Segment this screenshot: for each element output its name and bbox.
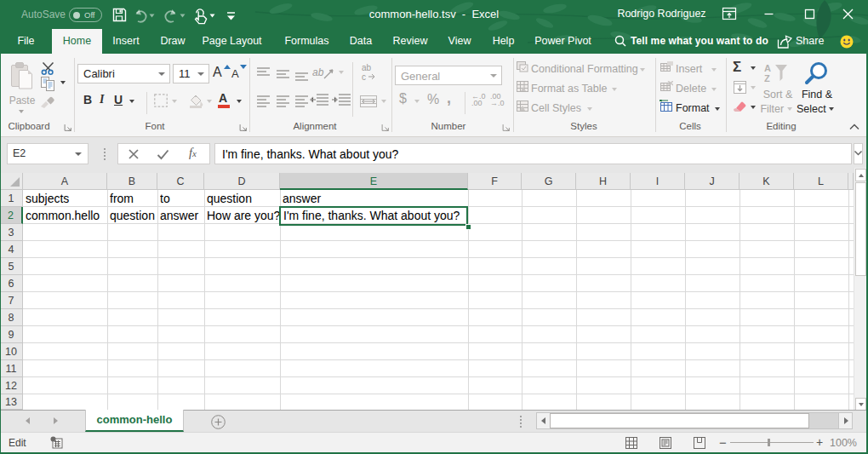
svg-text:Z: Z — [764, 73, 770, 83]
svg-text:A: A — [764, 63, 771, 73]
svg-text:ab: ab — [362, 63, 372, 72]
svg-text:ab: ab — [312, 66, 324, 78]
svg-text:c: c — [362, 72, 366, 82]
